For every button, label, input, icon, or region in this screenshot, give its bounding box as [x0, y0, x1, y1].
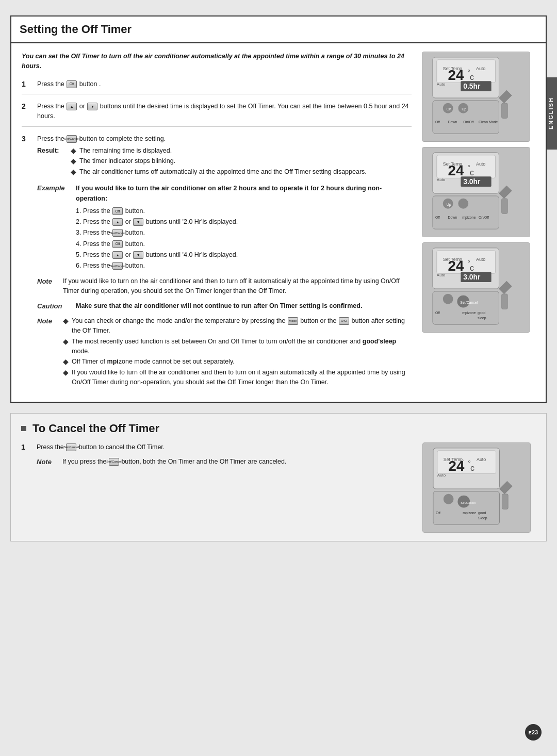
step-1-body: Press the Off button . — [37, 79, 412, 89]
cancel-step-1-body: Press the Set/Cancel button to cancel th… — [37, 442, 412, 467]
result-bullet-1: ◆ The remaining time is displayed. — [71, 146, 412, 156]
main-content: Setting the Off Timer You can set the Of… — [10, 15, 547, 741]
svg-text:Up: Up — [462, 107, 466, 111]
svg-text:Set/Cancel: Set/Cancel — [461, 501, 476, 504]
ex-up-btn: ▲ — [112, 218, 123, 226]
svg-text:good: good — [478, 311, 486, 315]
svg-text:Auto: Auto — [437, 82, 446, 87]
cancel-title: To Cancel the Off Timer — [21, 422, 536, 435]
svg-rect-45 — [437, 251, 496, 273]
svg-text:24: 24 — [449, 458, 465, 474]
cancel-note-label: Note — [37, 457, 57, 467]
svg-text:good: good — [478, 511, 486, 515]
ex-down-btn2: ▼ — [133, 251, 143, 259]
ex-up-btn2: ▲ — [112, 251, 123, 259]
setting-section: Setting the Off Timer You can set the Of… — [10, 15, 547, 403]
onoff-btn: ⊙IO — [339, 317, 349, 325]
step-3-body: Press the Set/Cancel button to complete … — [37, 134, 412, 388]
ex-setcancel-btn2: Set/Cancel — [112, 262, 123, 270]
svg-rect-21 — [501, 103, 507, 119]
svg-rect-2 — [437, 60, 496, 83]
cancel-images-column: Set Temp. Auto 24 ° c Auto Set/Cancel Of… — [417, 442, 536, 533]
svg-text:0.5hr: 0.5hr — [463, 82, 481, 90]
setting-section-content: You can set the Off Timer to turn off th… — [11, 43, 546, 402]
svg-text:Set/Cancel: Set/Cancel — [460, 301, 478, 304]
step-2: 2 Press the ▲ or ▼ buttons until the des… — [22, 102, 412, 127]
note-2-content: ◆ You can check or change the mode and/o… — [63, 316, 412, 388]
cancel-section: To Cancel the Off Timer 1 Press the Set/… — [10, 413, 547, 541]
down-button-icon: ▼ — [87, 103, 97, 110]
svg-text:On/Off: On/Off — [479, 216, 489, 219]
svg-text:c: c — [470, 464, 474, 472]
svg-text:Sleep: Sleep — [478, 516, 487, 520]
result-label: Result: — [37, 146, 65, 156]
ex-setcancel-btn1: Set/Cancel — [112, 229, 123, 237]
svg-rect-66 — [437, 450, 496, 473]
example-label: Example — [37, 183, 71, 272]
step-3: 3 Press the Set/Cancel button to complet… — [22, 134, 412, 393]
svg-text:Down: Down — [448, 120, 457, 124]
remote-image-1: Set Temp. Auto 24 ° c Auto 0.5hr — [422, 52, 530, 142]
svg-text:c: c — [470, 264, 474, 272]
setcancel-button-icon: Set/Cancel — [67, 135, 77, 143]
content-images-wrapper: You can set the Off Timer to turn off th… — [22, 52, 535, 393]
svg-text:Auto: Auto — [477, 456, 486, 462]
ex-off-btn: Off — [112, 207, 123, 215]
ex-down-btn: ▼ — [133, 218, 143, 226]
svg-text:24: 24 — [448, 162, 464, 178]
svg-point-55 — [443, 294, 453, 304]
caution-content: Make sure that the air conditioner will … — [76, 301, 362, 311]
example-row: Example If you would like to turn the ai… — [37, 183, 412, 272]
svg-text:Auto: Auto — [476, 66, 485, 71]
svg-text:Auto: Auto — [476, 161, 485, 167]
svg-rect-82 — [502, 494, 508, 509]
cancel-note-btn: Set/Cancel — [109, 458, 119, 466]
note-2-label: Note — [37, 316, 58, 388]
note-2-bullet-3: ◆ Off Timer of mpizone mode cannot be se… — [63, 357, 412, 367]
example-content: If you would like to turn the air condit… — [76, 183, 412, 272]
svg-text:c: c — [470, 168, 474, 177]
images-column: Set Temp. Auto 24 ° c Auto 0.5hr — [417, 52, 535, 393]
svg-text:sleep: sleep — [478, 316, 486, 320]
step-1: 1 Press the Off button . — [22, 79, 412, 95]
svg-text:Auto: Auto — [437, 177, 446, 182]
svg-text:Off: Off — [435, 311, 440, 315]
svg-text:24: 24 — [448, 67, 464, 83]
svg-text:c: c — [470, 73, 474, 81]
svg-text:Off: Off — [435, 120, 440, 124]
step-3-num: 3 — [22, 134, 32, 143]
svg-text:mpizone: mpizone — [462, 311, 476, 315]
cancel-step-1: 1 Press the Set/Cancel button to cancel … — [21, 442, 412, 472]
example-steps: 1. Press the Off button. 2. Press the ▲ … — [76, 206, 412, 272]
svg-text:Off: Off — [436, 511, 440, 515]
remote-image-2: Set Temp. Auto 24 ° c Auto 3.0hr Up — [422, 147, 530, 237]
svg-rect-42 — [501, 199, 507, 214]
svg-text:Clean Mode: Clean Mode — [479, 120, 498, 124]
svg-text:On: On — [447, 107, 451, 111]
mode-btn: Mode — [288, 317, 298, 325]
language-label: ENGLISH — [548, 97, 554, 130]
cancel-setcancel-btn: Set/Cancel — [66, 443, 76, 451]
result-items: ◆ The remaining time is displayed. ◆ The… — [71, 146, 412, 178]
ex-off-btn2: Off — [112, 240, 123, 248]
note-1-label: Note — [37, 276, 58, 296]
note-2-bullet-1: ◆ You can check or change the mode and/o… — [63, 316, 412, 336]
remote-image-4: Set Temp. Auto 24 ° c Auto Set/Cancel Of… — [422, 442, 531, 533]
caution-row: Caution Make sure that the air condition… — [37, 301, 412, 311]
svg-text:Down: Down — [448, 216, 457, 219]
cancel-text-column: 1 Press the Set/Cancel button to cancel … — [21, 442, 417, 533]
intro-text: You can set the Off Timer to turn off th… — [22, 52, 412, 71]
step-2-body: Press the ▲ or ▼ buttons until the desir… — [37, 102, 412, 121]
note-2-bullet-2: ◆ The most recently used function is set… — [63, 337, 412, 356]
svg-rect-24 — [437, 155, 496, 178]
cancel-note-row: Note If you press the Set/Cancel button,… — [37, 457, 412, 467]
svg-text:Auto: Auto — [476, 257, 485, 262]
svg-point-74 — [444, 494, 454, 504]
svg-text:Auto: Auto — [437, 473, 446, 478]
svg-point-36 — [458, 199, 468, 209]
result-row: Result: ◆ The remaining time is displaye… — [37, 146, 412, 178]
step-2-num: 2 — [22, 102, 32, 110]
note-1-content: If you would like to turn on the air con… — [63, 276, 412, 296]
cancel-content-images: 1 Press the Set/Cancel button to cancel … — [21, 442, 536, 533]
cancel-title-marker — [21, 426, 26, 431]
